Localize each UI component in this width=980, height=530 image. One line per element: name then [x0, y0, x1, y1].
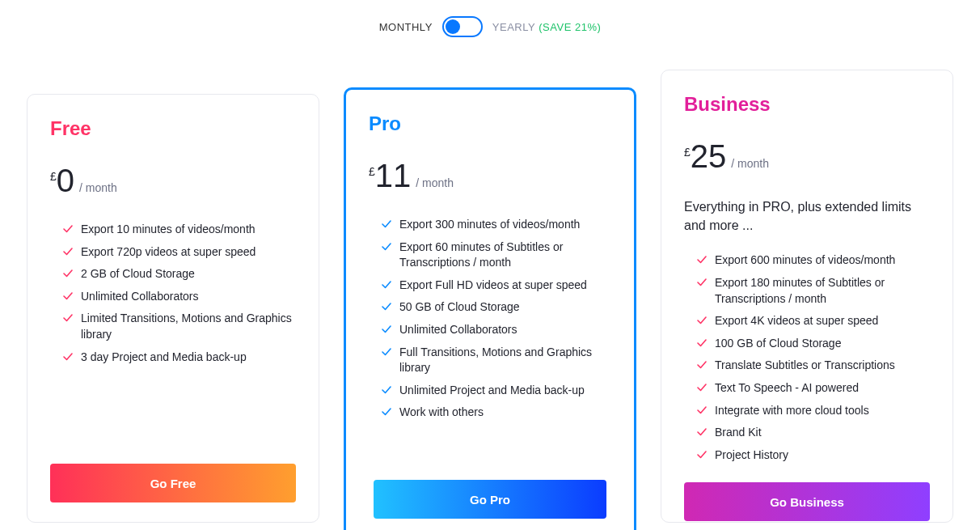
feature-text: Limited Transitions, Motions and Graphic…	[81, 311, 296, 342]
plan-card-pro: Pro £ 11 / month Export 300 minutes of v…	[344, 87, 636, 530]
check-icon	[63, 352, 73, 362]
feature-text: Project History	[715, 447, 788, 464]
currency-symbol: £	[369, 165, 375, 178]
plans-grid: Free £ 0 / month Export 10 minutes of vi…	[24, 70, 956, 530]
billing-toggle-row: MONTHLY YEARLY (SAVE 21%)	[24, 16, 956, 37]
list-item: Export 720p videos at super speed	[63, 244, 296, 261]
feature-text: Text To Speech - AI powered	[715, 380, 859, 396]
check-icon	[63, 269, 73, 278]
plan-card-business: Business £ 25 / month Everything in PRO,…	[661, 70, 953, 523]
currency-symbol: £	[684, 146, 691, 159]
go-free-button[interactable]: Go Free	[50, 464, 296, 502]
monthly-label: MONTHLY	[379, 21, 433, 33]
price-row: £ 25 / month	[684, 138, 930, 175]
feature-text: Export 180 minutes of Subtitles or Trans…	[715, 275, 930, 307]
check-icon	[63, 291, 73, 301]
features-list: Export 300 minutes of videos/month Expor…	[369, 217, 611, 467]
feature-text: Export 60 minutes of Subtitles or Transc…	[399, 240, 611, 271]
feature-text: Integrate with more cloud tools	[715, 403, 869, 419]
features-list: Export 10 minutes of videos/month Export…	[50, 222, 296, 451]
list-item: Export 4K videos at super speed	[697, 313, 930, 329]
list-item: 3 day Project and Media back-up	[63, 350, 296, 366]
check-icon	[697, 360, 707, 370]
feature-text: Export 10 minutes of videos/month	[81, 222, 256, 238]
check-icon	[697, 338, 707, 348]
check-icon	[697, 450, 707, 460]
feature-text: Brand Kit	[715, 425, 762, 441]
list-item: Export Full HD videos at super speed	[382, 278, 611, 294]
feature-text: Translate Subtitles or Transcriptions	[715, 358, 895, 374]
check-icon	[697, 405, 707, 415]
check-icon	[382, 324, 391, 334]
feature-text: Export 4K videos at super speed	[715, 313, 878, 329]
toggle-knob	[446, 19, 460, 34]
check-icon	[697, 427, 707, 437]
check-icon	[63, 224, 73, 234]
go-pro-button[interactable]: Go Pro	[374, 480, 606, 519]
list-item: Export 300 minutes of videos/month	[382, 217, 611, 233]
feature-text: Export 600 minutes of videos/month	[715, 252, 895, 269]
price-row: £ 11 / month	[369, 158, 611, 194]
yearly-label-group: YEARLY (SAVE 21%)	[492, 21, 601, 33]
list-item: Translate Subtitles or Transcriptions	[697, 358, 930, 374]
list-item: Unlimited Collaborators	[63, 289, 296, 305]
feature-text: 3 day Project and Media back-up	[81, 350, 247, 366]
plan-period: / month	[79, 181, 117, 194]
list-item: 50 GB of Cloud Storage	[382, 299, 611, 316]
list-item: Brand Kit	[697, 425, 930, 441]
list-item: Export 180 minutes of Subtitles or Trans…	[697, 275, 930, 307]
check-icon	[382, 347, 391, 357]
yearly-save-text: (SAVE 21%)	[539, 21, 601, 33]
plan-card-free: Free £ 0 / month Export 10 minutes of vi…	[27, 94, 319, 523]
plan-price: 0	[57, 163, 74, 199]
list-item: Full Transitions, Motions and Graphics l…	[382, 345, 611, 376]
feature-text: 2 GB of Cloud Storage	[81, 266, 195, 282]
feature-text: Unlimited Project and Media back-up	[399, 383, 585, 399]
currency-symbol: £	[50, 170, 57, 183]
features-list: Export 600 minutes of videos/month Expor…	[684, 252, 930, 469]
plan-period: / month	[731, 157, 769, 170]
list-item: Project History	[697, 447, 930, 464]
plan-title: Pro	[369, 112, 611, 135]
list-item: Unlimited Collaborators	[382, 322, 611, 338]
check-icon	[382, 407, 391, 417]
check-icon	[382, 242, 391, 252]
check-icon	[382, 280, 391, 290]
plan-subtitle: Everything in PRO, plus extended limits …	[684, 197, 930, 235]
check-icon	[63, 247, 73, 257]
plan-period: / month	[416, 176, 454, 189]
check-icon	[382, 302, 391, 312]
feature-text: Full Transitions, Motions and Graphics l…	[399, 345, 611, 376]
price-row: £ 0 / month	[50, 163, 296, 199]
yearly-label: YEARLY	[492, 21, 535, 33]
check-icon	[697, 383, 707, 392]
check-icon	[697, 255, 707, 265]
check-icon	[697, 316, 707, 325]
list-item: Unlimited Project and Media back-up	[382, 383, 611, 399]
feature-text: 100 GB of Cloud Storage	[715, 336, 841, 352]
list-item: 2 GB of Cloud Storage	[63, 266, 296, 282]
list-item: Integrate with more cloud tools	[697, 403, 930, 419]
feature-text: Unlimited Collaborators	[81, 289, 199, 305]
check-icon	[63, 313, 73, 323]
list-item: 100 GB of Cloud Storage	[697, 336, 930, 352]
go-business-button[interactable]: Go Business	[684, 482, 930, 521]
feature-text: Export 300 minutes of videos/month	[399, 217, 580, 233]
list-item: Text To Speech - AI powered	[697, 380, 930, 396]
list-item: Work with others	[382, 405, 611, 421]
check-icon	[382, 385, 391, 395]
plan-price: 11	[375, 158, 412, 194]
check-icon	[697, 278, 707, 287]
feature-text: Unlimited Collaborators	[399, 322, 517, 338]
billing-toggle[interactable]	[442, 16, 483, 37]
plan-title: Free	[50, 117, 296, 140]
list-item: Export 10 minutes of videos/month	[63, 222, 296, 238]
feature-text: Work with others	[399, 405, 484, 421]
check-icon	[382, 219, 391, 229]
plan-title: Business	[684, 93, 930, 116]
feature-text: Export 720p videos at super speed	[81, 244, 256, 261]
list-item: Export 600 minutes of videos/month	[697, 252, 930, 269]
plan-price: 25	[691, 138, 727, 175]
list-item: Export 60 minutes of Subtitles or Transc…	[382, 240, 611, 271]
feature-text: Export Full HD videos at super speed	[399, 278, 587, 294]
